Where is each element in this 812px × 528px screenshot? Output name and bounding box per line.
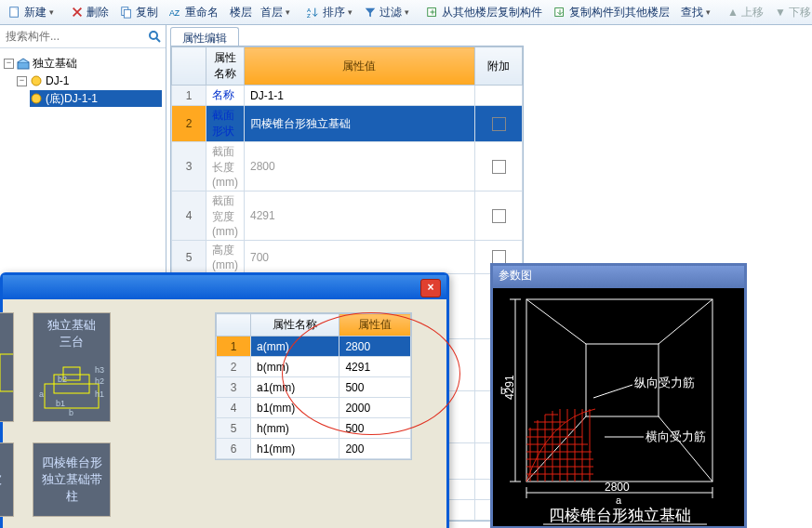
svg-text:h1: h1 xyxy=(95,389,104,399)
svg-point-10 xyxy=(32,76,41,86)
collapse-icon[interactable]: − xyxy=(4,59,14,69)
param-row[interactable]: 4b1(mm)2000 xyxy=(217,398,411,418)
copy-button[interactable]: 复制 xyxy=(115,3,163,22)
svg-text:纵向受力筋: 纵向受力筋 xyxy=(634,376,695,389)
svg-text:2800: 2800 xyxy=(605,481,630,494)
svg-text:h2: h2 xyxy=(95,376,104,386)
svg-text:AZ: AZ xyxy=(169,8,180,18)
svg-line-49 xyxy=(593,385,632,398)
param-row[interactable]: 3a1(mm)500 xyxy=(217,377,411,398)
checkbox[interactable] xyxy=(492,160,506,174)
param-row[interactable]: 2b(mm)4291 xyxy=(217,357,411,377)
tree-level1[interactable]: −DJ-1 xyxy=(17,73,162,89)
svg-text:四棱锥台形独立基础: 四棱锥台形独立基础 xyxy=(549,507,691,524)
dialog-param-table: 属性名称属性值 1a(mm)28002b(mm)42913a1(mm)5004b… xyxy=(215,312,412,460)
move-up-button: ▲上移 xyxy=(723,3,768,22)
collapse-icon[interactable]: − xyxy=(17,76,27,86)
checkbox[interactable] xyxy=(492,250,506,264)
col-add: 附加 xyxy=(475,47,523,86)
svg-line-28 xyxy=(659,299,712,344)
dropdown-icon: ▾ xyxy=(49,7,54,17)
tree-root[interactable]: −独立基础 xyxy=(4,55,162,72)
shape-dialog: × a2h1 独立基础三台 a b2 b1 b h3h2h1 坡 四棱锥台形独立… xyxy=(0,272,449,528)
col-value: 属性值 xyxy=(244,47,474,86)
tree-level2-selected[interactable]: (底)DJ-1-1 xyxy=(30,90,162,107)
thumb-4[interactable]: 四棱锥台形独立基础带柱 xyxy=(33,442,111,517)
thumb-left-cut[interactable]: a2h1 xyxy=(0,312,14,422)
param-row[interactable]: 5h(mm)500 xyxy=(217,418,411,439)
checkbox[interactable] xyxy=(492,209,506,223)
svg-text:横向受力筋: 横向受力筋 xyxy=(646,429,706,443)
rename-button[interactable]: AZ重命名 xyxy=(165,3,223,22)
param-row[interactable]: 1a(mm)2800 xyxy=(217,337,411,357)
svg-line-29 xyxy=(526,416,586,482)
floor-button[interactable]: 楼层首层▾ xyxy=(225,3,295,22)
main-toolbar: 新建▾ 删除 复制 AZ重命名 楼层首层▾ AZ排序▾ 过滤▾ 从其他楼层复制构… xyxy=(0,0,812,25)
param-diagram-panel: 参数图 纵向受力筋 横向受力筋 2800 a 4291 b 四棱锥台形独立基础 xyxy=(490,263,747,528)
svg-text:b1: b1 xyxy=(56,399,65,408)
col-name: 属性名称 xyxy=(206,47,245,86)
property-row[interactable]: 5高度 (mm)700 xyxy=(172,241,523,274)
delete-button[interactable]: 删除 xyxy=(66,3,113,22)
svg-rect-15 xyxy=(45,384,99,408)
sort-button[interactable]: AZ排序▾ xyxy=(302,3,357,22)
svg-rect-9 xyxy=(18,62,29,69)
svg-point-11 xyxy=(32,94,41,103)
svg-text:b: b xyxy=(69,408,73,417)
svg-rect-25 xyxy=(526,299,712,482)
copy-from-button[interactable]: 从其他楼层复制构件 xyxy=(421,3,547,22)
close-icon[interactable]: × xyxy=(420,279,441,297)
svg-text:b2: b2 xyxy=(58,375,67,384)
filter-button[interactable]: 过滤▾ xyxy=(359,3,414,22)
svg-line-27 xyxy=(526,299,586,344)
move-down-button: ▼下移 xyxy=(770,3,812,22)
find-button[interactable]: 查找▾ xyxy=(676,3,715,22)
foundation-diagram: 纵向受力筋 横向受力筋 2800 a 4291 b 四棱锥台形独立基础 xyxy=(493,288,744,528)
svg-text:b: b xyxy=(500,385,506,396)
param-row[interactable]: 6h1(mm)200 xyxy=(217,439,411,459)
dialog-titlebar[interactable] xyxy=(3,275,446,299)
svg-point-8 xyxy=(150,32,157,39)
thumb-3-cut[interactable]: 坡 xyxy=(0,442,14,517)
search-icon[interactable] xyxy=(147,29,162,44)
search-bar xyxy=(0,25,166,48)
svg-line-30 xyxy=(659,416,712,482)
copy-to-button[interactable]: 复制构件到其他楼层 xyxy=(549,3,674,22)
param-title: 参数图 xyxy=(493,266,744,288)
svg-text:a: a xyxy=(616,495,622,506)
thumb-2[interactable]: 独立基础三台 a b2 b1 b h3h2h1 xyxy=(33,312,111,422)
property-row[interactable]: 4截面宽度 (mm)4291 xyxy=(172,191,523,241)
property-row[interactable]: 2截面形状四棱锥台形独立基础 xyxy=(172,106,523,142)
svg-text:h3: h3 xyxy=(95,365,104,375)
property-row[interactable]: 1名称DJ-1-1 xyxy=(172,86,523,106)
search-input[interactable] xyxy=(4,29,147,44)
svg-text:a: a xyxy=(39,389,44,399)
property-row[interactable]: 3截面长度 (mm)2800 xyxy=(172,142,523,191)
checkbox[interactable] xyxy=(492,117,506,131)
svg-rect-2 xyxy=(124,9,130,18)
svg-rect-14 xyxy=(0,354,14,391)
svg-text:Z: Z xyxy=(307,12,311,19)
new-button[interactable]: 新建▾ xyxy=(4,3,59,22)
